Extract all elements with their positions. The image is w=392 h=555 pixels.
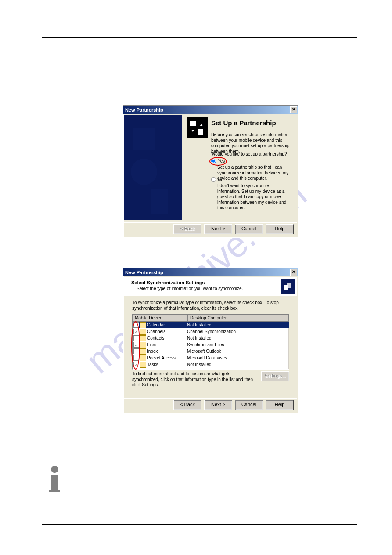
table-row[interactable]: ✓FilesSynchronized Files [133,341,289,348]
checkbox[interactable]: ✓ [133,362,139,367]
wizard-intro-text: Before you can synchronize information b… [211,132,293,154]
item-icon [140,362,146,368]
desktop-value: Not Installed [186,336,289,341]
close-icon[interactable]: ✕ [290,106,297,113]
item-name: Pocket Access [147,355,176,360]
radio-no-description: I don't want to synchronize information.… [217,183,293,211]
bottom-rule [42,524,357,525]
table-header: Mobile Device Desktop Computer [133,315,289,322]
table-row[interactable]: ✓ChannelsChannel Synchronization [133,328,289,335]
item-name: Calendar [147,323,165,327]
radio-no-input[interactable] [211,177,216,182]
radio-yes[interactable]: Yes [211,159,225,163]
divider [124,398,297,399]
radio-no[interactable]: No [211,177,223,182]
table-row[interactable]: Pocket AccessMicrosoft Databases [133,355,289,361]
desktop-value: Channel Synchronization [186,329,289,334]
desktop-value: Microsoft Outlook [186,349,289,354]
back-button[interactable]: < Back [173,224,201,234]
item-name: Tasks [147,362,158,367]
item-icon [140,342,146,348]
item-name: Inbox [147,349,158,354]
top-rule [42,37,357,38]
desktop-value: Microsoft Databases [186,355,289,360]
divider [124,222,297,223]
sync-icon [187,117,208,138]
desktop-value: Not Installed [186,323,289,327]
wizard-header-title: Select Synchronization Settings [131,280,205,285]
svg-rect-3 [190,121,196,126]
wizard-header-subtitle: Select the type of information you want … [137,286,243,291]
svg-rect-0 [133,128,155,150]
next-button[interactable]: Next > [204,224,232,234]
wizard-header: Select Synchronization Settings Select t… [124,277,297,296]
item-icon [140,355,146,361]
wizard-sidebar-graphic [124,115,182,220]
item-icon [140,322,146,328]
partnership-setup-dialog: New Partnership ✕ Set Up a Partnership B… [123,105,298,238]
item-name: Files [147,342,156,347]
titlebar: New Partnership ✕ [123,106,298,114]
next-button[interactable]: Next > [204,400,232,410]
item-name: Contacts [147,336,164,341]
wizard-heading: Set Up a Partnership [211,119,276,127]
radio-yes-description: Set up a partnership so that I can synch… [217,165,293,181]
table-row[interactable]: InboxMicrosoft Outlook [133,348,289,355]
button-row: < Back Next > Cancel Help [173,400,294,410]
table-row[interactable]: ContactsNot Installed [133,335,289,341]
radio-yes-input[interactable] [211,159,216,163]
item-name: Channels [147,329,165,334]
column-desktop-computer[interactable]: Desktop Computer [188,315,289,322]
wizard-question: Would you like to set up a partnership? [211,152,287,156]
cancel-button[interactable]: Cancel [235,224,263,234]
info-icon [46,466,63,492]
help-button[interactable]: Help [266,224,294,234]
table-row[interactable]: CalendarNot Installed [133,322,289,328]
checkbox[interactable]: ✓ [133,329,139,334]
item-icon [140,329,146,335]
checkbox[interactable] [133,335,139,341]
table-row[interactable]: ✓TasksNot Installed [133,361,289,368]
dialog-title: New Partnership [124,270,163,275]
sync-settings-icon [281,279,295,294]
radio-no-label: No [218,177,223,182]
radio-yes-label: Yes [218,159,225,163]
titlebar: New Partnership ✕ [123,268,298,276]
svg-rect-4 [198,129,203,135]
desktop-value: Synchronized Files [186,342,289,347]
sync-items-table: Mobile Device Desktop Computer CalendarN… [132,314,289,370]
checkbox[interactable] [133,355,139,361]
column-mobile-device[interactable]: Mobile Device [133,315,188,322]
item-icon [140,348,146,355]
cancel-button[interactable]: Cancel [235,400,263,410]
item-icon [140,335,146,341]
footer-instruction: To find out more about and to customize … [132,371,255,388]
svg-rect-2 [151,189,168,214]
settings-button[interactable]: Settings... [261,371,289,381]
button-row: < Back Next > Cancel Help [173,224,294,234]
help-button[interactable]: Help [266,400,294,410]
back-button[interactable]: < Back [173,400,201,410]
close-icon[interactable]: ✕ [290,269,297,276]
svg-point-1 [131,159,157,185]
checkbox[interactable] [133,322,139,328]
instruction-text: To synchronize a particular type of info… [132,300,289,311]
checkbox[interactable] [133,348,139,354]
checkbox[interactable]: ✓ [133,342,139,348]
sync-settings-dialog: New Partnership ✕ Select Synchronization… [123,268,298,414]
dialog-title: New Partnership [124,107,163,112]
desktop-value: Not Installed [186,362,289,367]
svg-rect-6 [287,283,291,288]
